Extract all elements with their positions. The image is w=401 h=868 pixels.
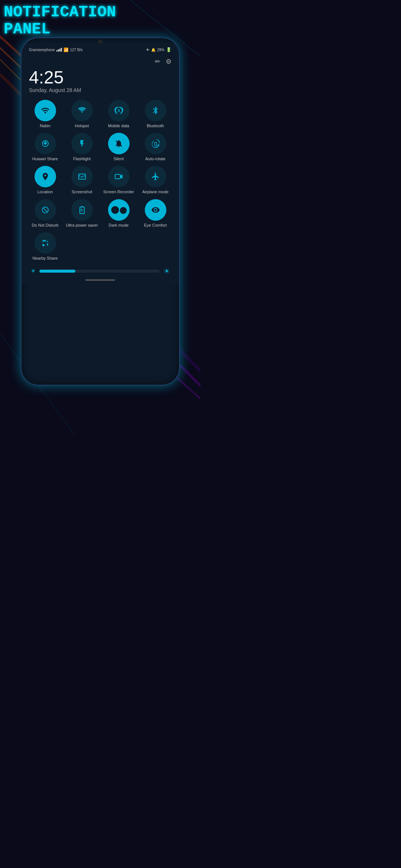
airplane-mode-label: Airplane mode xyxy=(142,190,169,194)
do-not-disturb-label: Do Not Disturb xyxy=(32,223,58,228)
flashlight-icon xyxy=(71,133,93,154)
svg-rect-14 xyxy=(154,142,157,145)
status-left: Grameenphone 📶 127 B/s xyxy=(29,47,82,52)
tile-do-not-disturb[interactable]: Do Not Disturb xyxy=(29,199,61,228)
tile-auto-rotate[interactable]: Auto-rotate xyxy=(139,133,172,161)
home-indicator xyxy=(85,279,115,281)
status-right: 👁 🔔 29% 🔋 xyxy=(146,47,172,52)
bluetooth-label: Bluetooth xyxy=(147,124,164,128)
tile-nabin[interactable]: Nabin xyxy=(29,100,61,128)
tile-bluetooth[interactable]: Bluetooth xyxy=(139,100,172,128)
nabin-label: Nabin xyxy=(40,124,50,128)
brightness-row: ☀ ☀ xyxy=(29,267,172,276)
bar3 xyxy=(59,49,61,52)
clock-date: Sunday, August 28 AM xyxy=(29,87,172,93)
tile-dark-mode[interactable]: ⬤ Dark mode xyxy=(102,199,135,228)
bar2 xyxy=(58,49,59,52)
alarm-icon: 🔔 xyxy=(151,48,156,52)
mobile-data-icon: Il xyxy=(108,100,130,121)
dark-mode-label: Dark mode xyxy=(109,223,129,228)
tile-airplane-mode[interactable]: Airplane mode xyxy=(139,166,172,194)
notch-area xyxy=(22,38,179,43)
tile-location[interactable]: Location xyxy=(29,166,61,194)
nearby-share-label: Nearby Share xyxy=(33,256,58,261)
nabin-icon xyxy=(35,100,56,121)
carrier-name: Grameenphone xyxy=(29,48,55,52)
panel-header: ✏ ⚙ xyxy=(29,57,172,66)
tile-huawei-share[interactable]: Huawei Share xyxy=(29,133,61,161)
airplane-mode-icon xyxy=(145,166,166,187)
silent-label: Silent xyxy=(114,157,124,161)
do-not-disturb-icon xyxy=(35,199,56,221)
mobile-data-label: Mobile data xyxy=(108,124,129,128)
tile-screenshot[interactable]: Screenshot xyxy=(66,166,98,194)
phone-shell: Grameenphone 📶 127 B/s 👁 🔔 29% 🔋 ✏ ⚙ 4:2… xyxy=(20,37,180,386)
location-icon xyxy=(35,166,56,187)
screen-recorder-label: Screen Recorder xyxy=(103,190,134,194)
svg-rect-18 xyxy=(81,206,83,207)
screenshot-icon xyxy=(71,166,93,187)
tile-screen-recorder[interactable]: Screen Recorder xyxy=(102,166,135,194)
location-label: Location xyxy=(38,190,53,194)
huawei-share-label: Huawei Share xyxy=(32,157,58,161)
eye-icon: 👁 xyxy=(146,48,150,52)
tile-eye-comfort[interactable]: Eye Comfort xyxy=(139,199,172,228)
tile-ultra-power-saver[interactable]: Ultra power saver xyxy=(66,199,98,228)
tile-flashlight[interactable]: Flashlight xyxy=(66,133,98,161)
silent-icon xyxy=(108,133,130,154)
side-button-2 xyxy=(179,142,180,157)
bluetooth-icon xyxy=(145,100,166,121)
svg-rect-16 xyxy=(115,174,120,179)
settings-button[interactable]: ⚙ xyxy=(166,57,172,66)
wifi-icon: 📶 xyxy=(63,47,69,52)
screenshot-label: Screenshot xyxy=(72,190,92,194)
ultra-power-saver-icon xyxy=(71,199,93,221)
svg-point-21 xyxy=(115,209,118,211)
tile-nearby-share[interactable]: Nearby Share xyxy=(29,232,61,261)
hotspot-label: Hotspot xyxy=(75,124,89,128)
edit-button[interactable]: ✏ xyxy=(155,57,160,66)
auto-rotate-icon xyxy=(145,133,166,154)
eye-comfort-label: Eye Comfort xyxy=(144,223,167,228)
screen-recorder-icon xyxy=(108,166,130,187)
brightness-fill xyxy=(39,270,75,273)
clock-time: 4:25 xyxy=(29,69,172,86)
dark-mode-icon: ⬤ xyxy=(108,199,130,221)
quick-tiles-grid: Nabin Hotspot Il Mobile data xyxy=(29,100,172,261)
status-bar: Grameenphone 📶 127 B/s 👁 🔔 29% 🔋 xyxy=(22,43,179,54)
bar4 xyxy=(61,48,62,52)
brightness-track[interactable] xyxy=(39,270,160,273)
ultra-power-saver-label: Ultra power saver xyxy=(66,223,98,228)
title-line1: NOTIFICATION xyxy=(4,4,116,21)
brightness-high-icon: ☀ xyxy=(163,267,170,276)
tile-hotspot[interactable]: Hotspot xyxy=(66,100,98,128)
huawei-share-icon xyxy=(35,133,56,154)
signal-bars xyxy=(56,48,62,52)
camera-dot xyxy=(98,40,102,43)
battery-icon: 🔋 xyxy=(166,47,172,52)
panel-content: ✏ ⚙ 4:25 Sunday, August 28 AM Nabin xyxy=(22,54,179,285)
brightness-low-icon: ☀ xyxy=(30,267,36,274)
auto-rotate-label: Auto-rotate xyxy=(145,157,165,161)
tile-mobile-data[interactable]: Il Mobile data xyxy=(102,100,135,128)
clock-display: 4:25 Sunday, August 28 AM xyxy=(29,69,172,93)
svg-text:Il: Il xyxy=(118,109,120,113)
title-line2: PANEL xyxy=(4,21,116,38)
battery-percent: 29% xyxy=(157,48,164,52)
bar1 xyxy=(56,50,58,52)
hotspot-icon xyxy=(71,100,93,121)
eye-comfort-icon xyxy=(145,199,166,221)
flashlight-label: Flashlight xyxy=(73,157,91,161)
title-area: NOTIFICATION PANEL xyxy=(4,4,116,38)
side-button-1 xyxy=(179,112,180,135)
network-speed: 127 B/s xyxy=(70,48,83,52)
tile-silent[interactable]: Silent xyxy=(102,133,135,161)
nearby-share-icon xyxy=(35,232,56,254)
